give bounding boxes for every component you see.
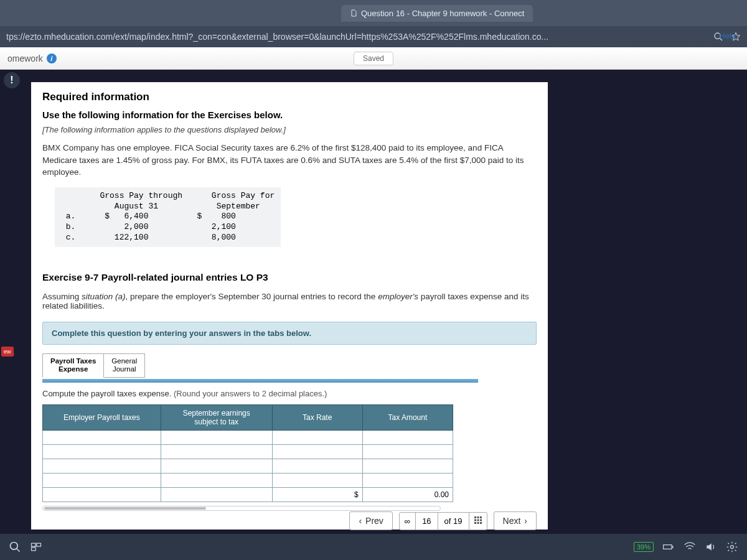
info-icon[interactable]: i	[47, 54, 57, 63]
question-nav: ‹ Prev ∞ 16 of 19 Next ›	[31, 504, 548, 530]
chevron-right-icon: ›	[524, 516, 527, 526]
cell-input[interactable]	[43, 431, 161, 444]
svg-rect-9	[477, 522, 479, 524]
company-text: BMX Company has one employee. FICA Socia…	[42, 142, 537, 179]
table-row	[43, 430, 453, 444]
svg-rect-14	[37, 543, 41, 546]
cell-input[interactable]	[273, 445, 362, 459]
use-heading: Use the following information for the Ex…	[42, 110, 537, 120]
question-card: Required information Use the following i…	[31, 82, 548, 530]
col-september-earnings: September earnings subject to tax	[161, 404, 272, 430]
volume-icon[interactable]	[705, 541, 717, 553]
cell-input[interactable]	[363, 459, 453, 473]
sum-value: 0.00	[362, 487, 453, 502]
cell-input[interactable]	[273, 431, 362, 444]
svg-point-11	[11, 543, 18, 550]
answer-tabs: Payroll Taxes Expense General Journal	[42, 353, 537, 377]
settings-icon[interactable]	[726, 541, 738, 553]
cell-input[interactable]	[161, 459, 272, 473]
browser-tab-bar: Question 16 - Chapter 9 homework - Conne…	[0, 0, 747, 26]
svg-rect-15	[32, 548, 36, 551]
exercise-title: Exercise 9-7 Payroll-related journal ent…	[42, 272, 537, 283]
cell-input[interactable]	[273, 474, 362, 487]
page-indicator: ∞ 16 of 19	[399, 512, 487, 530]
cell-input[interactable]	[363, 445, 453, 459]
required-heading: Required information	[42, 91, 537, 103]
svg-point-18	[731, 546, 734, 549]
cell-input[interactable]	[43, 459, 161, 473]
link-icon: ∞	[400, 513, 416, 530]
payroll-taxes-table: Employer Payroll taxes September earning…	[42, 404, 453, 502]
svg-rect-13	[32, 543, 36, 546]
browser-tab[interactable]: Question 16 - Chapter 9 homework - Conne…	[341, 5, 533, 22]
table-row	[43, 459, 453, 473]
table-row	[43, 473, 453, 487]
svg-rect-16	[664, 545, 672, 549]
applies-note: [The following information applies to th…	[42, 125, 537, 134]
compute-instruction: Compute the payroll taxes expense. (Roun…	[42, 389, 537, 398]
tab-payroll-taxes-expense[interactable]: Payroll Taxes Expense	[42, 353, 104, 377]
wifi-icon[interactable]	[684, 541, 696, 553]
svg-rect-6	[477, 519, 479, 521]
address-bar: tps://ezto.mheducation.com/ext/map/index…	[0, 26, 747, 47]
help-link[interactable]: Help	[719, 31, 736, 40]
chevron-left-icon: ‹	[359, 516, 362, 526]
pt-h1	[61, 191, 100, 200]
url-text[interactable]: tps://ezto.mheducation.com/ext/map/index…	[6, 32, 713, 42]
tab-general-journal[interactable]: General Journal	[104, 353, 145, 377]
svg-line-12	[17, 549, 20, 552]
tab-title: Question 16 - Chapter 9 homework - Conne…	[361, 9, 524, 18]
breadcrumb-text: omework	[7, 54, 43, 63]
search-icon[interactable]	[9, 541, 21, 553]
svg-rect-17	[672, 546, 674, 548]
svg-rect-10	[480, 522, 482, 524]
table-row	[43, 444, 453, 459]
svg-rect-7	[480, 519, 482, 521]
next-button[interactable]: Next ›	[494, 511, 537, 530]
svg-rect-3	[477, 516, 479, 518]
rail-bottom-badge: ew	[1, 347, 14, 357]
left-rail: ! nces ew	[1, 70, 22, 357]
col-employer-payroll-taxes: Employer Payroll taxes	[43, 404, 161, 430]
battery-icon[interactable]	[662, 541, 675, 553]
cell-input[interactable]	[43, 445, 161, 459]
svg-rect-5	[474, 519, 476, 521]
table-sum-row: $ 0.00	[43, 487, 453, 502]
main-area: ! nces ew Required information Use the f…	[0, 70, 747, 560]
tab-underline	[42, 379, 478, 383]
cell-input[interactable]	[161, 431, 272, 444]
cell-input[interactable]	[363, 474, 453, 487]
saved-badge: Saved	[354, 52, 393, 65]
svg-rect-2	[474, 516, 476, 518]
page-number[interactable]: 16	[416, 513, 438, 530]
svg-rect-8	[474, 522, 476, 524]
cell-input[interactable]	[43, 474, 161, 487]
app-header: omework i Saved	[0, 47, 747, 70]
grid-icon[interactable]	[469, 513, 487, 530]
sum-currency: $	[272, 487, 362, 502]
battery-indicator: 39%	[634, 542, 654, 552]
cell-input[interactable]	[363, 431, 453, 444]
col-tax-rate: Tax Rate	[272, 404, 362, 430]
warning-badge[interactable]: !	[4, 72, 20, 88]
breadcrumb[interactable]: omework i	[7, 54, 57, 63]
cell-input[interactable]	[161, 474, 272, 487]
cell-input[interactable]	[273, 459, 362, 473]
cell-input[interactable]	[161, 445, 272, 459]
svg-rect-4	[480, 516, 482, 518]
prev-button[interactable]: ‹ Prev	[349, 511, 392, 530]
exercise-intro: Assuming situation (a), prepare the empl…	[42, 292, 537, 310]
col-tax-amount: Tax Amount	[362, 404, 453, 430]
taskbar: 39%	[0, 534, 747, 560]
hint-bar: Complete this question by entering your …	[42, 322, 537, 345]
page-icon	[350, 9, 357, 17]
task-view-icon[interactable]	[30, 541, 42, 553]
pay-table: Gross Pay through Gross Pay for August 3…	[55, 187, 281, 247]
page-of: of 19	[438, 513, 469, 530]
